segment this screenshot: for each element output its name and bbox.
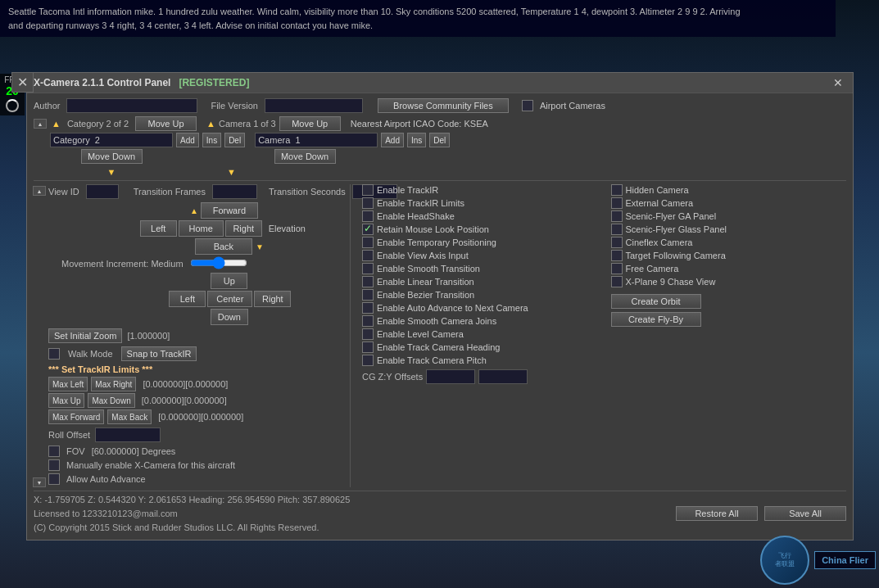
increment-slider[interactable]	[190, 258, 247, 268]
enable-track-heading-checkbox[interactable]	[362, 341, 374, 353]
camera-add-button[interactable]: Add	[381, 133, 404, 147]
free-camera-label: Free Camera	[626, 264, 679, 274]
browse-community-button[interactable]: Browse Community Files	[378, 98, 509, 113]
zoom-value: [1.000000]	[127, 331, 170, 341]
external-camera-checkbox[interactable]	[611, 197, 623, 209]
fov-checkbox[interactable]	[48, 446, 60, 457]
max-forward-button[interactable]: Max Forward	[48, 409, 104, 424]
category-del-button[interactable]: Del	[224, 133, 245, 147]
camera-name-input[interactable]	[255, 133, 378, 147]
camera-move-up-button[interactable]: Move Up	[279, 116, 341, 131]
logo-circle-text: 飞行者联盟	[775, 552, 795, 568]
restore-all-button[interactable]: Restore All	[676, 506, 758, 521]
enable-smooth-checkbox[interactable]	[362, 263, 374, 274]
roll-offset-input[interactable]	[95, 427, 161, 442]
walk-mode-checkbox[interactable]	[48, 348, 60, 360]
cat-up-triangle-icon: ▲	[52, 119, 61, 129]
author-label: Author	[34, 101, 60, 111]
snap-trackir-button[interactable]: Snap to TrackIR	[121, 346, 197, 361]
max-up-button[interactable]: Max Up	[48, 393, 84, 408]
elevation-down-triangle-icon: ▼	[256, 242, 264, 251]
left-button[interactable]: Left	[140, 220, 177, 237]
fov-value: [60.000000] Degrees	[92, 446, 176, 456]
down-button[interactable]: Down	[211, 309, 248, 325]
left-scroll-down-icon[interactable]: ▼	[33, 477, 46, 487]
max-back-button[interactable]: Max Back	[107, 409, 152, 424]
cat-scroll-up-icon[interactable]: ▲	[34, 119, 47, 129]
free-camera-checkbox[interactable]	[611, 263, 623, 274]
cineflex-checkbox[interactable]	[611, 237, 623, 248]
category-name-input[interactable]	[50, 133, 173, 147]
left-scroll-up-icon[interactable]: ▲	[33, 186, 46, 196]
target-following-checkbox[interactable]	[611, 250, 623, 261]
max-down-button[interactable]: Max Down	[88, 393, 134, 408]
camera-del-button[interactable]: Del	[429, 133, 450, 147]
enable-bezier-checkbox[interactable]	[362, 289, 374, 301]
category-move-down-button[interactable]: Move Down	[81, 149, 143, 164]
airport-cameras-checkbox[interactable]	[522, 100, 533, 111]
coords-label: X: -1.759705 Z: 0.544320 Y: 2.061653 Hea…	[34, 495, 350, 504]
create-flyby-button[interactable]: Create Fly-By	[611, 312, 701, 327]
scenic-flyer-ga-checkbox[interactable]	[611, 210, 623, 222]
enable-trackir-limits-checkbox[interactable]	[362, 197, 374, 209]
cineflex-label: Cineflex Camera	[626, 237, 693, 247]
xplane9-chase-label: X-Plane 9 Chase View	[626, 277, 716, 287]
transition-frames-label: Transition Frames	[134, 187, 206, 197]
enable-level-checkbox[interactable]	[362, 328, 374, 340]
enable-smooth-joins-label: Enable Smooth Camera Joins	[377, 316, 496, 326]
center-button[interactable]: Center	[207, 291, 252, 307]
transition-frames-input[interactable]	[212, 184, 257, 199]
licensed-label: Licensed to 1233210123@mail.com	[34, 509, 178, 518]
close-left-button[interactable]: ✕	[11, 72, 34, 93]
enable-headshake-checkbox[interactable]	[362, 210, 374, 222]
forward-button[interactable]: Forward	[201, 202, 258, 219]
view-id-input[interactable]	[86, 184, 119, 199]
nearest-airport-label: Nearest Airport ICAO Code: KSEA	[351, 119, 488, 129]
max-right-button[interactable]: Max Right	[91, 377, 136, 391]
set-initial-zoom-button[interactable]: Set Initial Zoom	[48, 328, 122, 343]
enable-track-pitch-checkbox[interactable]	[362, 355, 374, 366]
back-button[interactable]: Back	[195, 238, 252, 255]
enable-smooth-label: Enable Smooth Transition	[377, 264, 480, 274]
enable-smooth-joins-checkbox[interactable]	[362, 315, 374, 327]
xplane9-chase-checkbox[interactable]	[611, 276, 623, 287]
up-button[interactable]: Up	[211, 273, 247, 289]
roll-offset-label: Roll Offset	[48, 430, 90, 440]
right2-button[interactable]: Right	[254, 291, 291, 307]
trackir-val2: [0.000000][0.000000]	[142, 396, 227, 405]
elevation-up-triangle-icon: ▲	[190, 206, 198, 215]
create-orbit-button[interactable]: Create Orbit	[611, 294, 701, 309]
enable-headshake-label: Enable HeadShake	[377, 211, 455, 221]
left2-button[interactable]: Left	[169, 291, 206, 307]
file-version-input[interactable]	[265, 98, 363, 113]
info-line2: and departing runways 3 4 right, 3 4 cen…	[8, 19, 827, 33]
camera-ins-button[interactable]: Ins	[407, 133, 426, 147]
enable-view-axis-checkbox[interactable]	[362, 250, 374, 261]
enable-temp-pos-checkbox[interactable]	[362, 237, 374, 248]
cg-zy-input1[interactable]	[426, 369, 475, 384]
enable-linear-checkbox[interactable]	[362, 276, 374, 287]
right-button[interactable]: Right	[225, 220, 262, 237]
hidden-camera-checkbox[interactable]	[611, 184, 623, 196]
enable-bezier-label: Enable Bezier Transition	[377, 290, 474, 300]
panel-close-button[interactable]: ✕	[830, 76, 846, 89]
home-button[interactable]: Home	[179, 220, 224, 237]
enable-trackir-checkbox[interactable]	[362, 184, 374, 196]
main-panel: X-Camera 2.1.1 Control Panel [REGISTERED…	[26, 72, 854, 541]
author-input[interactable]	[66, 98, 197, 113]
enable-auto-advance-checkbox[interactable]	[362, 302, 374, 314]
scenic-flyer-ga-label: Scenic-Flyer GA Panel	[626, 211, 717, 221]
save-all-button[interactable]: Save All	[764, 506, 846, 521]
allow-auto-checkbox[interactable]	[48, 473, 60, 485]
category-add-button[interactable]: Add	[176, 133, 199, 147]
fps-circle-icon[interactable]	[6, 99, 19, 112]
scenic-flyer-glass-checkbox[interactable]	[611, 224, 623, 235]
camera-move-down-button[interactable]: Move Down	[274, 149, 336, 164]
max-left-button[interactable]: Max Left	[48, 377, 88, 391]
category-move-up-button[interactable]: Move Up	[135, 116, 197, 131]
retain-mouse-checkbox[interactable]	[362, 224, 374, 235]
panel-titlebar: X-Camera 2.1.1 Control Panel [REGISTERED…	[27, 73, 853, 93]
category-ins-button[interactable]: Ins	[202, 133, 221, 147]
manually-enable-checkbox[interactable]	[48, 459, 60, 471]
cg-zy-input2[interactable]	[478, 369, 528, 384]
